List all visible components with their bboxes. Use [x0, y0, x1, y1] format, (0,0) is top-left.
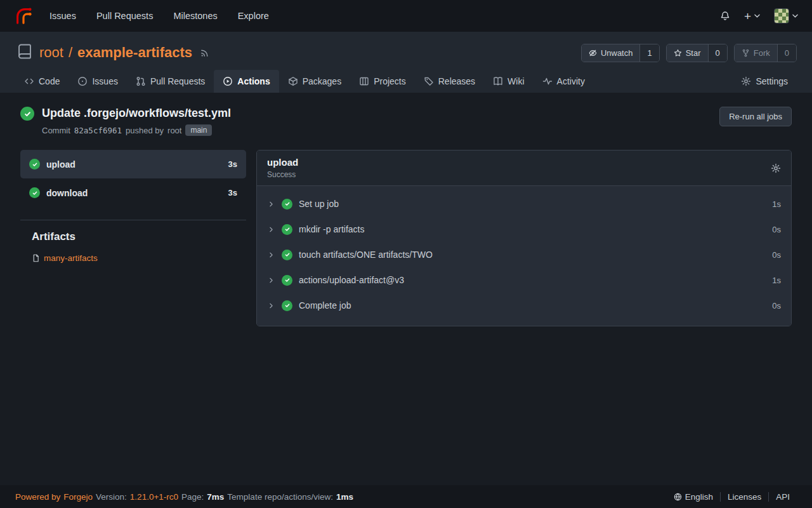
- artifacts-heading: Artifacts: [20, 231, 246, 243]
- main-content: Update .forgejo/workflows/test.yml Commi…: [0, 93, 812, 485]
- repo-actions: Unwatch 1 Star 0 Fork 0: [581, 44, 797, 62]
- licenses-link[interactable]: Licenses: [720, 492, 768, 502]
- forgejo-link[interactable]: Forgejo: [63, 492, 93, 502]
- job-options-button[interactable]: [771, 163, 781, 173]
- unwatch-button[interactable]: Unwatch 1: [581, 44, 660, 62]
- tab-packages[interactable]: Packages: [279, 70, 350, 93]
- star-label-segment: Star: [667, 44, 708, 62]
- job-detail-card: upload Success Set up job 1s: [256, 150, 792, 326]
- commit-sha-link[interactable]: 82a5cf6961: [74, 126, 122, 135]
- gear-icon: [771, 163, 781, 173]
- rerun-all-jobs-button[interactable]: Re-run all jobs: [719, 107, 792, 126]
- artifact-name: many-artifacts: [44, 253, 98, 263]
- bell-icon: [720, 11, 730, 21]
- repo-tabs: Code Issues Pull Requests Actions Packag…: [15, 70, 797, 93]
- chevron-down-icon: [754, 14, 760, 18]
- tab-pull-requests[interactable]: Pull Requests: [127, 70, 214, 93]
- globe-icon: [674, 493, 682, 501]
- nav-item-explore[interactable]: Explore: [238, 11, 269, 21]
- api-link[interactable]: API: [768, 492, 797, 502]
- language-selector[interactable]: English: [667, 492, 720, 502]
- sidebar-divider: [20, 220, 246, 220]
- tab-code-label: Code: [39, 76, 60, 86]
- fork-icon: [742, 49, 750, 57]
- step-duration: 1s: [772, 276, 781, 285]
- step-row[interactable]: Set up job 1s: [257, 191, 791, 217]
- fork-button[interactable]: Fork 0: [734, 44, 797, 62]
- plus-icon: +: [744, 10, 751, 22]
- top-navbar: Issues Pull Requests Milestones Explore …: [0, 0, 812, 32]
- tab-projects[interactable]: Projects: [350, 70, 415, 93]
- fork-label: Fork: [754, 48, 770, 58]
- nav-item-milestones[interactable]: Milestones: [173, 11, 217, 21]
- nav-item-pull-requests[interactable]: Pull Requests: [96, 11, 153, 21]
- notifications-button[interactable]: [720, 11, 730, 21]
- chevron-right-icon: [267, 200, 275, 208]
- success-icon: [282, 300, 292, 311]
- chevron-down-icon: [792, 14, 798, 18]
- step-row[interactable]: Complete job 0s: [257, 293, 791, 318]
- tab-issues[interactable]: Issues: [69, 70, 126, 93]
- avatar: [774, 8, 789, 23]
- step-row[interactable]: actions/upload-artifact@v3 1s: [257, 267, 791, 293]
- job-item-upload[interactable]: upload 3s: [20, 150, 246, 178]
- watch-count[interactable]: 1: [639, 44, 658, 62]
- success-icon: [29, 159, 40, 170]
- repo-title: root / example-artifacts: [39, 44, 192, 61]
- tab-settings[interactable]: Settings: [732, 70, 797, 93]
- repo-separator: /: [69, 44, 72, 61]
- run-title: Update .forgejo/workflows/test.yml: [42, 107, 231, 120]
- powered-by-link[interactable]: Powered by: [15, 492, 60, 502]
- job-name: upload: [46, 159, 75, 170]
- project-icon: [359, 76, 369, 86]
- tab-actions-label: Actions: [237, 76, 270, 86]
- repo-name-link[interactable]: example-artifacts: [77, 44, 192, 61]
- chevron-right-icon: [267, 302, 275, 310]
- tab-wiki[interactable]: Wiki: [484, 70, 533, 93]
- page: Issues Pull Requests Milestones Explore …: [0, 0, 812, 508]
- jobs-sidebar: upload 3s download 3s Artifacts many-art…: [20, 150, 246, 263]
- forgejo-logo[interactable]: [14, 6, 33, 25]
- artifact-link-many-artifacts[interactable]: many-artifacts: [20, 253, 246, 263]
- run-title-wrap: Update .forgejo/workflows/test.yml Commi…: [20, 107, 231, 136]
- actions-icon: [223, 76, 233, 86]
- footer: Powered by Forgejo Version: 1.21.0+1-rc0…: [0, 485, 812, 508]
- create-new-button[interactable]: +: [744, 10, 760, 22]
- tab-activity[interactable]: Activity: [534, 70, 594, 93]
- fork-count[interactable]: 0: [777, 44, 796, 62]
- forgejo-logo-icon: [14, 6, 33, 25]
- repo-owner-link[interactable]: root: [39, 44, 63, 61]
- star-count[interactable]: 0: [708, 44, 727, 62]
- powered-by-label: Powered by: [15, 492, 60, 502]
- page-time-value: 7ms: [207, 492, 224, 502]
- gear-icon: [741, 76, 751, 86]
- code-icon: [24, 76, 34, 86]
- step-duration: 0s: [772, 301, 781, 311]
- job-detail-name: upload: [267, 157, 298, 168]
- fork-label-segment: Fork: [735, 44, 777, 62]
- tab-activity-label: Activity: [557, 76, 585, 86]
- tab-wiki-label: Wiki: [508, 76, 524, 86]
- nav-item-issues[interactable]: Issues: [49, 11, 76, 21]
- tab-code[interactable]: Code: [15, 70, 69, 93]
- job-card-title-block: upload Success: [267, 157, 298, 179]
- chevron-right-icon: [267, 225, 275, 234]
- unwatch-label-segment: Unwatch: [582, 44, 640, 62]
- user-menu[interactable]: [774, 8, 798, 23]
- tab-actions[interactable]: Actions: [214, 70, 278, 93]
- commit-author-link[interactable]: root: [167, 126, 181, 135]
- tab-releases[interactable]: Releases: [415, 70, 484, 93]
- job-card-header: upload Success: [257, 150, 791, 186]
- star-button[interactable]: Star 0: [666, 44, 728, 62]
- rss-feed-button[interactable]: [200, 48, 210, 58]
- version-link[interactable]: 1.21.0+1-rc0: [130, 492, 178, 502]
- step-label: Complete job: [299, 300, 351, 311]
- job-item-download[interactable]: download 3s: [20, 178, 246, 207]
- template-time-value: 1ms: [336, 492, 353, 502]
- step-row[interactable]: mkdir -p artifacts 0s: [257, 217, 791, 242]
- branch-badge[interactable]: main: [185, 124, 212, 136]
- book-icon: [493, 76, 503, 86]
- step-row[interactable]: touch artifacts/ONE artifacts/TWO 0s: [257, 242, 791, 267]
- repository-icon: [16, 43, 33, 62]
- step-duration: 0s: [772, 225, 781, 234]
